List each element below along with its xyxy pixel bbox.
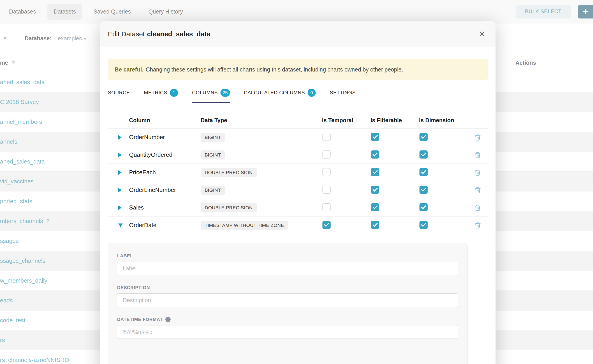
table-row: OrderLineNumber BIGINT: [108, 181, 488, 199]
table-row: PriceEach DOUBLE PRECISION: [108, 164, 488, 181]
is-filterable-checkbox[interactable]: [371, 133, 379, 141]
delete-icon[interactable]: [474, 187, 481, 194]
modal-tabs: SOURCE METRICS 1 COLUMNS 25 CALCULATED C…: [108, 84, 488, 103]
description-input[interactable]: [117, 293, 458, 307]
is-temporal-checkbox[interactable]: [323, 133, 330, 141]
delete-icon[interactable]: [474, 169, 481, 176]
is-filterable-checkbox[interactable]: [371, 150, 379, 159]
expand-toggle[interactable]: [108, 135, 129, 140]
datetime-format-field-group: DATETIME FORMAT i: [117, 317, 458, 339]
is-dimension-checkbox[interactable]: [420, 186, 428, 194]
tab-metrics[interactable]: METRICS 1: [144, 84, 178, 103]
is-dimension-checkbox[interactable]: [420, 168, 428, 176]
datetime-format-field-label: DATETIME FORMAT i: [117, 317, 458, 322]
description-field-label: DESCRIPTION: [117, 285, 458, 290]
column-name: Sales: [129, 204, 201, 211]
data-type-pill: DOUBLE PRECISION: [201, 203, 257, 212]
caret-right-icon: [118, 153, 122, 157]
is-filterable-checkbox[interactable]: [371, 203, 379, 211]
caret-right-icon: [118, 188, 122, 192]
expand-toggle[interactable]: [108, 223, 129, 227]
expand-toggle[interactable]: [108, 188, 129, 192]
warning-bold-text: Be careful.: [115, 66, 144, 73]
data-type-pill: DOUBLE PRECISION: [201, 168, 257, 177]
close-icon[interactable]: ✕: [478, 30, 486, 38]
data-type-pill: BIGINT: [201, 150, 225, 159]
modal-body: Be careful. Changing these settings will…: [100, 59, 495, 364]
is-temporal-checkbox[interactable]: [323, 203, 330, 211]
is-dimension-checkbox[interactable]: [420, 203, 428, 211]
modal-title-dataset-name: cleaned_sales_data: [147, 30, 211, 38]
column-name: PriceEach: [129, 169, 201, 176]
data-type-pill: BIGINT: [201, 133, 225, 142]
tab-source[interactable]: SOURCE: [108, 84, 130, 103]
columns-table: Column Data Type Is Temporal Is Filterab…: [108, 112, 488, 234]
is-filterable-checkbox[interactable]: [371, 221, 379, 229]
edit-dataset-modal: Edit Datasetcleaned_sales_data ✕ Be care…: [100, 21, 495, 364]
column-name: OrderNumber: [129, 134, 201, 141]
expand-toggle[interactable]: [108, 205, 129, 210]
is-dimension-checkbox[interactable]: [420, 133, 428, 141]
is-filterable-checkbox[interactable]: [371, 186, 379, 194]
table-row: QuantityOrdered BIGINT: [108, 146, 488, 164]
is-temporal-checkbox[interactable]: [323, 150, 330, 159]
is-filterable-checkbox[interactable]: [371, 168, 379, 176]
is-dimension-header: Is Dimension: [419, 117, 468, 124]
description-field-group: DESCRIPTION: [117, 285, 458, 307]
is-temporal-header: Is Temporal: [322, 117, 370, 124]
expand-toggle[interactable]: [108, 153, 129, 157]
data-type-pill: BIGINT: [201, 186, 225, 195]
is-dimension-checkbox[interactable]: [420, 221, 428, 229]
is-filterable-header: Is Filterable: [370, 117, 419, 124]
datetime-format-input[interactable]: [117, 325, 458, 339]
caret-right-icon: [118, 170, 122, 175]
column-detail-panel: LABEL DESCRIPTION DATETIME FORMAT i: [108, 243, 468, 364]
delete-icon[interactable]: [474, 204, 481, 211]
caret-right-icon: [118, 135, 122, 140]
delete-icon[interactable]: [474, 152, 481, 158]
delete-icon[interactable]: [474, 222, 481, 229]
caret-right-icon: [118, 205, 122, 210]
table-row: Sales DOUBLE PRECISION: [108, 199, 488, 216]
columns-table-header: Column Data Type Is Temporal Is Filterab…: [108, 112, 488, 129]
warning-text: Changing these settings will affect all …: [146, 66, 403, 73]
columns-count-badge: 25: [220, 89, 230, 97]
label-field-label: LABEL: [117, 253, 458, 259]
warning-banner: Be careful. Changing these settings will…: [108, 59, 488, 80]
is-temporal-checkbox[interactable]: [323, 168, 330, 176]
tab-settings[interactable]: SETTINGS: [330, 84, 356, 103]
column-name: OrderDate: [129, 222, 201, 229]
metrics-count-badge: 1: [170, 89, 178, 97]
is-dimension-checkbox[interactable]: [420, 150, 428, 159]
data-type-pill: TIMESTAMP WITHOUT TIME ZONE: [201, 221, 288, 230]
calculated-columns-count-badge: 0: [308, 89, 316, 97]
tab-columns[interactable]: COLUMNS 25: [192, 84, 230, 103]
is-temporal-checkbox[interactable]: [323, 221, 330, 229]
column-header: Column: [129, 117, 201, 124]
modal-title-prefix: Edit Dataset: [108, 30, 145, 38]
label-field-group: LABEL: [117, 253, 458, 275]
label-input[interactable]: [117, 262, 458, 275]
tab-calculated-columns[interactable]: CALCULATED COLUMNS 0: [244, 84, 316, 103]
column-name: OrderLineNumber: [129, 187, 201, 194]
is-temporal-checkbox[interactable]: [323, 186, 330, 194]
expand-toggle[interactable]: [108, 170, 129, 175]
modal-title: Edit Datasetcleaned_sales_data: [108, 30, 211, 38]
delete-icon[interactable]: [474, 134, 481, 141]
table-row: OrderNumber BIGINT: [108, 129, 488, 146]
column-name: QuantityOrdered: [129, 151, 201, 158]
data-type-header: Data Type: [201, 117, 322, 124]
table-row: OrderDate TIMESTAMP WITHOUT TIME ZONE: [108, 216, 488, 234]
info-icon[interactable]: i: [165, 317, 171, 322]
caret-down-icon: [118, 223, 123, 227]
modal-header: Edit Datasetcleaned_sales_data ✕: [100, 21, 495, 47]
